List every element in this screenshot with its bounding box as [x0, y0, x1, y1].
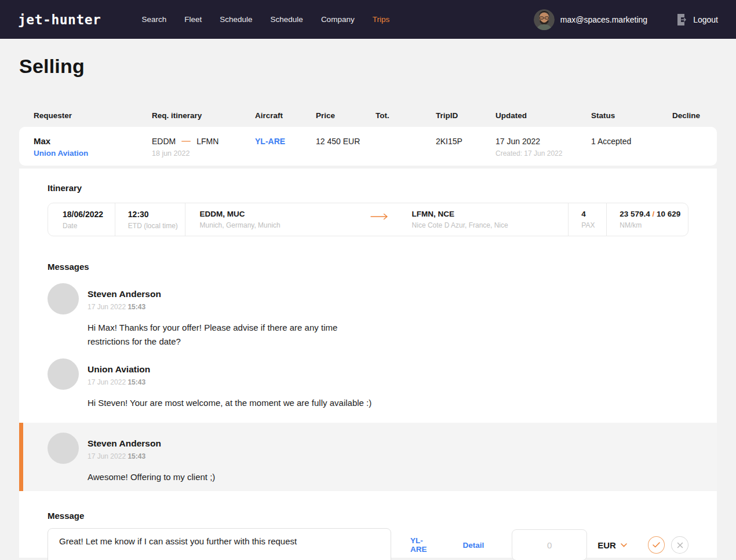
cancel-button[interactable] — [671, 536, 688, 554]
nav-item-schedule-2[interactable]: Schedule — [271, 15, 303, 24]
send-button[interactable] — [648, 536, 665, 554]
message-item: Steven Anderson 17 Jun 2022 15:43 Hi Max… — [48, 283, 688, 349]
price-value: 12 450 EUR — [316, 137, 376, 146]
col-status: Status — [591, 111, 672, 120]
message-body: Union Aviation 17 Jun 2022 15:43 Hi Stev… — [88, 358, 371, 410]
itinerary-pax-label: PAX — [581, 221, 606, 229]
requester-name: Max — [34, 136, 152, 146]
route-dash-icon — [181, 141, 191, 142]
itinerary-distance: 23 579.4 / 10 629 — [620, 210, 688, 218]
col-decline: Decline — [672, 111, 702, 120]
user-email: max@spaces.marketing — [560, 15, 647, 24]
cell-aircraft: YL-ARE — [255, 135, 316, 146]
message-author: Steven Anderson — [88, 283, 380, 299]
main-content: Selling Requester Req. itinerary Aircraf… — [0, 55, 736, 558]
aircraft-tail-link[interactable]: YL-ARE — [410, 536, 439, 554]
route-to-code: LFMN — [196, 137, 218, 146]
itinerary-route-cell: EDDM, MUC Munich, Germany, Munich LFMN, … — [185, 203, 569, 236]
currency-value: EUR — [597, 540, 616, 550]
message-text: Awesome! Offering to my client ;) — [88, 470, 215, 484]
nav-item-search[interactable]: Search — [141, 15, 166, 24]
route-date: 18 jun 2022 — [152, 149, 255, 158]
aircraft-link[interactable]: YL-ARE — [255, 137, 316, 146]
itinerary-heading: Itinerary — [48, 183, 688, 193]
logout-button[interactable]: Logout — [676, 13, 718, 26]
cell-tripid: 2KI15P — [436, 135, 495, 146]
itinerary-pax-cell: 4 PAX — [568, 203, 606, 236]
message-input[interactable]: Great! Let me know if I can assist you f… — [48, 528, 391, 560]
col-price: Price — [316, 111, 376, 120]
col-tot: Tot. — [376, 111, 436, 120]
status-value: 1 Accepted — [591, 137, 672, 146]
itinerary-from-code: EDDM, MUC — [200, 210, 356, 218]
itinerary-pax: 4 — [581, 210, 606, 218]
nav-item-trips[interactable]: Trips — [373, 15, 390, 24]
col-tripid: TripID — [436, 111, 495, 120]
compose-section: Message Great! Let me know if I can assi… — [48, 491, 688, 560]
itinerary-date-label: Date — [63, 222, 115, 230]
route-arrow-icon — [370, 213, 389, 220]
close-icon — [677, 542, 683, 548]
cell-tot — [376, 135, 436, 137]
tripid-value: 2KI15P — [436, 137, 495, 146]
col-aircraft: Aircraft — [255, 111, 316, 120]
message-avatar — [48, 283, 79, 314]
itinerary-to: LFMN, NCE Nice Cote D Azur, France, Nice — [412, 210, 508, 236]
nav-item-company[interactable]: Company — [321, 15, 355, 24]
message-author: Steven Anderson — [88, 433, 215, 449]
logout-label: Logout — [693, 15, 718, 24]
message-item: Union Aviation 17 Jun 2022 15:43 Hi Stev… — [48, 358, 688, 410]
nav-item-fleet[interactable]: Fleet — [184, 15, 202, 24]
col-updated: Updated — [495, 111, 591, 120]
created-value: Created: 17 Jun 2022 — [495, 149, 591, 158]
page-title: Selling — [19, 55, 717, 78]
message-avatar — [48, 358, 79, 390]
messages-section: Messages Steven Anderson 17 Jun 2022 15:… — [48, 262, 688, 491]
itinerary-etd-label: ETD (local time) — [128, 222, 185, 230]
itinerary-etd-cell: 12:30 ETD (local time) — [115, 203, 185, 236]
message-body: Steven Anderson 17 Jun 2022 15:43 Awesom… — [88, 433, 215, 484]
currency-dropdown[interactable]: EUR — [597, 540, 627, 550]
cell-requester: Max Union Aviation — [34, 135, 152, 158]
logout-icon — [676, 13, 688, 26]
cell-decline — [672, 135, 702, 137]
navbar-user-area: max@spaces.marketing Logout — [534, 9, 718, 30]
itinerary-distance-cell: 23 579.4 / 10 629 NM/km — [606, 203, 688, 236]
message-author: Union Aviation — [88, 358, 371, 375]
route-arrow-wrap — [356, 210, 403, 236]
messages-heading: Messages — [48, 262, 688, 272]
amount-input[interactable] — [512, 529, 587, 560]
message-text: Hi Steven! Your are most welcome, at the… — [88, 396, 371, 410]
itinerary-to-code: LFMN, NCE — [412, 210, 508, 218]
message-timestamp: 17 Jun 2022 15:43 — [88, 452, 215, 460]
message-item-highlighted: Steven Anderson 17 Jun 2022 15:43 Awesom… — [19, 423, 717, 491]
distance-separator: / — [653, 210, 655, 218]
requester-company-link[interactable]: Union Aviation — [34, 149, 152, 158]
itinerary-from: EDDM, MUC Munich, Germany, Munich — [200, 210, 356, 236]
avatar-image — [534, 9, 555, 30]
itinerary-date-cell: 18/06/2022 Date — [48, 203, 115, 236]
compose-row: Great! Let me know if I can assist you f… — [48, 528, 688, 560]
nav-item-schedule-1[interactable]: Schedule — [220, 15, 252, 24]
trip-detail-card: Itinerary 18/06/2022 Date 12:30 ETD (loc… — [19, 169, 717, 558]
message-text: Hi Max! Thanks for your offer! Please ad… — [88, 321, 380, 349]
table-row[interactable]: Max Union Aviation EDDM LFMN 18 jun 2022… — [19, 127, 717, 166]
updated-value: 17 Jun 2022 — [495, 137, 591, 146]
itinerary-card: 18/06/2022 Date 12:30 ETD (local time) E… — [48, 203, 688, 236]
col-req-itinerary: Req. itinerary — [152, 111, 255, 120]
message-timestamp: 17 Jun 2022 15:43 — [88, 378, 371, 386]
message-avatar — [48, 433, 79, 464]
detail-link[interactable]: Detail — [462, 541, 484, 550]
compose-controls: YL-ARE Detail EUR — [410, 528, 688, 560]
message-body: Steven Anderson 17 Jun 2022 15:43 Hi Max… — [88, 283, 380, 349]
user-avatar[interactable] — [534, 9, 555, 30]
itinerary-from-desc: Munich, Germany, Munich — [200, 221, 356, 229]
message-timestamp: 17 Jun 2022 15:43 — [88, 303, 380, 311]
top-navbar: jet-hunter Search Fleet Schedule Schedul… — [0, 0, 736, 39]
chevron-down-icon — [621, 543, 627, 547]
main-nav: Search Fleet Schedule Schedule Company T… — [141, 15, 389, 24]
cell-status: 1 Accepted — [591, 135, 672, 146]
itinerary-date: 18/06/2022 — [63, 210, 115, 219]
col-requester: Requester — [34, 111, 152, 120]
table-header: Requester Req. itinerary Aircraft Price … — [19, 111, 717, 127]
